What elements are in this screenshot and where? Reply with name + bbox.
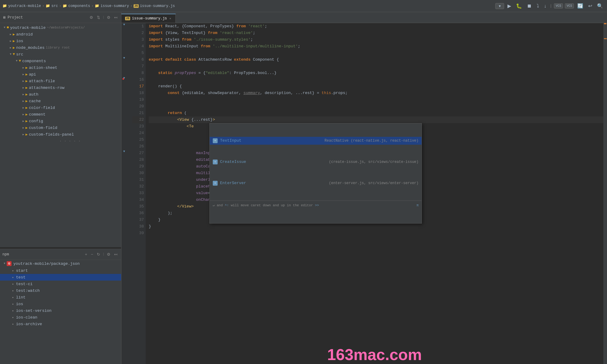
tree-label-comment: comment xyxy=(29,112,46,117)
tree-item-custom-fields-panel[interactable]: ▶ ▶ custom-fields-panel xyxy=(0,131,121,138)
tree-item-attachments-row[interactable]: ▶ ▶ attachments-row xyxy=(0,84,121,91)
npm-script-test[interactable]: test xyxy=(0,274,121,281)
code-line-3: import styles from './issue-summary.styl… xyxy=(149,36,603,43)
settings-btn[interactable]: ⚙ xyxy=(88,15,94,20)
sync-btn[interactable]: ⇅ xyxy=(96,15,101,20)
debug-btn[interactable]: 🐛 xyxy=(514,2,524,9)
fold-icon-17[interactable]: ▼ xyxy=(123,76,125,80)
gear-btn[interactable]: ⚙ xyxy=(106,15,112,20)
npm-script-start[interactable]: start xyxy=(0,267,121,274)
editor-content[interactable]: ● ▼ ▼ ▼ ▼ 1 2 3 4 5 6 7 8 16 17 18 19 xyxy=(121,23,607,364)
autocomplete-item-createissue[interactable]: ⚛ CreateIssue (create-issue.js, src/view… xyxy=(210,158,422,166)
fold-icon-21[interactable]: ▼ xyxy=(123,150,125,153)
tree-item-color-field[interactable]: ▶ ▶ color-field xyxy=(0,104,121,111)
dropdown-btn[interactable]: ▼ xyxy=(495,3,504,9)
project-tree[interactable]: ▼ ■ youtrack-mobile ~/WebstormProjects/ … xyxy=(0,23,121,247)
fold-icon-1[interactable]: ▼ xyxy=(123,23,125,26)
breadcrumb-item-youtrack[interactable]: 📁 youtrack-mobile xyxy=(2,4,41,8)
tab-issue-summary[interactable]: JS issue-summary.js ✕ xyxy=(121,14,176,23)
npm-add-btn[interactable]: + xyxy=(84,251,89,257)
collapse-btn[interactable]: ↤ xyxy=(113,15,119,20)
package-expand-arrow: ▼ xyxy=(2,262,7,265)
folder-icon-color-field: ▶ xyxy=(25,106,28,110)
tree-item-components[interactable]: ▼ ▼ components xyxy=(0,58,121,64)
npm-package-item[interactable]: ▼ ① youtrack-mobile/package.json xyxy=(0,260,121,267)
breadcrumb-item-file[interactable]: JS issue-summary.js xyxy=(134,4,175,8)
npm-settings-btn[interactable]: ⚙ xyxy=(106,251,112,257)
ac-source-createissue: (create-issue.js, src/views/create-issue… xyxy=(329,159,419,165)
code-area[interactable]: import React, {Component, PropTypes} fro… xyxy=(146,23,603,364)
tree-item-src[interactable]: ▼ ▼ src xyxy=(0,51,121,58)
code-line-6: export default class AttachmentsRow exte… xyxy=(149,56,603,63)
undo-btn[interactable]: ↩ xyxy=(587,2,594,9)
tree-item-ios[interactable]: ▶ ▶ ios xyxy=(0,38,121,44)
vcs-badge-2[interactable]: VCS xyxy=(565,3,574,8)
top-toolbar: 📁 youtrack-mobile › 📁 src › 📁 components… xyxy=(0,0,607,12)
npm-script-test-watch[interactable]: test:watch xyxy=(0,287,121,294)
npm-remove-btn[interactable]: − xyxy=(90,251,94,257)
gutter-area: ● ▼ ▼ ▼ ▼ xyxy=(121,23,131,364)
toolbar-right: ▼ ▶ 🐛 ⏹ ⤵ ↓ | VCS VCS 🔄 ↩ 🔍 xyxy=(495,2,605,9)
expand-arrow-attachments-row: ▶ xyxy=(21,86,25,89)
code-line-20 xyxy=(149,103,603,110)
expand-arrow: ▼ xyxy=(2,26,7,29)
watermark: 163mac.com xyxy=(327,351,422,358)
step-over-btn[interactable]: ⤵ xyxy=(535,3,541,9)
update-btn[interactable]: 🔄 xyxy=(576,2,585,9)
npm-script-ios-clean[interactable]: ios-clean xyxy=(0,314,121,321)
scroll-marker-top xyxy=(604,23,606,24)
breadcrumb-item-issue-summary[interactable]: 📁 issue-summary xyxy=(95,4,129,8)
tree-item-youtrack-mobile[interactable]: ▼ ■ youtrack-mobile ~/WebstormProjects/ xyxy=(0,24,121,31)
ac-icon-createissue: ⚛ xyxy=(213,160,218,164)
tab-close-btn[interactable]: ✕ xyxy=(169,17,172,20)
step-into-btn[interactable]: ↓ xyxy=(542,3,548,9)
folder-icon-attachments-row: ▶ xyxy=(25,86,28,90)
autocomplete-item-textinput[interactable]: ⚛ TextInput ReactNative (react-native.js… xyxy=(210,137,422,145)
npm-package-icon: ① xyxy=(7,261,12,266)
vcs-badge-1[interactable]: VCS xyxy=(554,3,563,8)
expand-arrow-custom-field: ▶ xyxy=(21,126,25,130)
tree-item-attach-file[interactable]: ▶ ▶ attach-file xyxy=(0,78,121,84)
autocomplete-popup[interactable]: ⚛ TextInput ReactNative (react-native.js… xyxy=(209,123,422,224)
tree-label-youtrack-mobile: youtrack-mobile xyxy=(10,25,46,30)
npm-refresh-btn[interactable]: ↻ xyxy=(96,251,101,257)
stop-btn[interactable]: ⏹ xyxy=(525,3,533,9)
main-layout: 🖥 Project ⚙ ⇅ | ⚙ ↤ ▼ ■ youtrack-mobile … xyxy=(0,12,607,364)
autocomplete-item-enterserver[interactable]: ⚛ EnterServer (enter-server.js, src/view… xyxy=(210,179,422,187)
tree-item-api[interactable]: ▶ ▶ api xyxy=(0,71,121,78)
npm-script-ios-set-version[interactable]: ios-set-version xyxy=(0,307,121,314)
tree-item-comment[interactable]: ▶ ▶ comment xyxy=(0,111,121,118)
npm-script-ios[interactable]: ios xyxy=(0,301,121,307)
npm-script-ios-archive[interactable]: ios-archive xyxy=(0,321,121,327)
tree-item-node-modules[interactable]: ▶ ▶ node_modules library root xyxy=(0,44,121,51)
expand-arrow-action-sheet: ▶ xyxy=(21,66,25,69)
ac-icon-enterserver: ⚛ xyxy=(213,181,218,186)
folder-icon-auth: ▶ xyxy=(25,92,28,97)
breadcrumb: 📁 youtrack-mobile › 📁 src › 📁 components… xyxy=(2,4,175,8)
line-numbers: 1 2 3 4 5 6 7 8 16 17 18 19 20 21 22 23 … xyxy=(131,23,146,364)
project-panel-toolbar: ⚙ ⇅ | ⚙ ↤ xyxy=(88,15,119,20)
tree-item-custom-field[interactable]: ▶ ▶ custom-field xyxy=(0,124,121,131)
breadcrumb-item-src[interactable]: 📁 src xyxy=(46,4,58,8)
tree-item-android[interactable]: ▶ ▶ android xyxy=(0,31,121,38)
tree-item-config[interactable]: ▶ ▶ config xyxy=(0,118,121,124)
breadcrumb-label-components: components xyxy=(68,4,90,8)
tree-item-auth[interactable]: ▶ ▶ auth xyxy=(0,91,121,98)
npm-collapse-btn[interactable]: ↤ xyxy=(113,251,119,257)
right-gutter xyxy=(603,23,607,364)
npm-script-lint[interactable]: lint xyxy=(0,294,121,301)
run-btn[interactable]: ▶ xyxy=(506,2,513,9)
npm-panel: npm + − ↻ | ⚙ ↤ ▼ ① youtrack-mobile/pack… xyxy=(0,249,121,364)
breadcrumb-item-components[interactable]: 📁 components xyxy=(63,4,90,8)
npm-script-test-ci[interactable]: test-ci xyxy=(0,281,121,287)
folder-icon-src: 📁 xyxy=(46,4,50,8)
tree-item-action-sheet[interactable]: ▶ ▶ action-sheet xyxy=(0,64,121,71)
code-line-17: render() { xyxy=(149,83,603,90)
tree-item-cache[interactable]: ▶ ▶ cache xyxy=(0,98,121,104)
fold-icon-6[interactable]: ▼ xyxy=(123,56,125,60)
sidebar: 🖥 Project ⚙ ⇅ | ⚙ ↤ ▼ ■ youtrack-mobile … xyxy=(0,12,121,364)
breadcrumb-label-youtrack: youtrack-mobile xyxy=(8,4,41,8)
folder-icon-action-sheet: ▶ xyxy=(25,66,28,70)
tree-label-auth: auth xyxy=(29,92,38,97)
search-btn[interactable]: 🔍 xyxy=(595,2,605,9)
